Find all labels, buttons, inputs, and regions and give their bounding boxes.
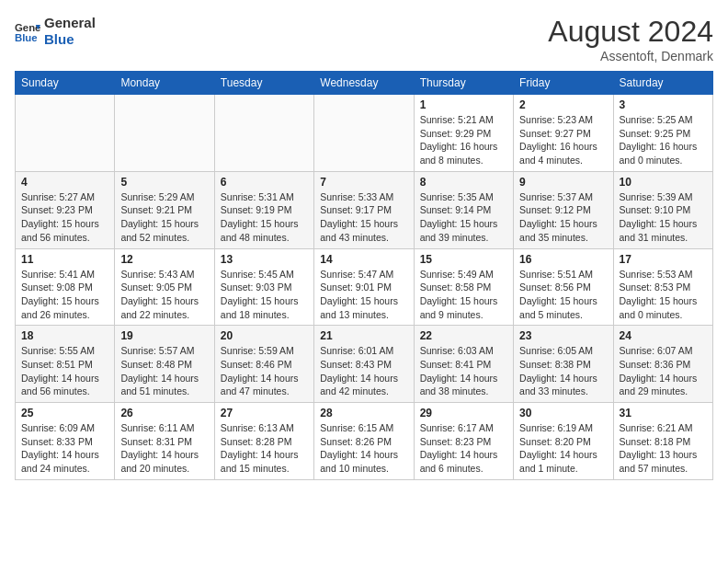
day-header-wednesday: Wednesday — [314, 72, 414, 95]
day-number: 26 — [120, 407, 208, 419]
calendar-cell — [115, 95, 214, 172]
day-number: 29 — [420, 407, 507, 419]
day-number: 28 — [320, 407, 407, 419]
day-number: 3 — [620, 98, 707, 111]
day-number: 13 — [221, 253, 308, 266]
day-number: 2 — [519, 98, 607, 111]
calendar-cell: 9Sunrise: 5:37 AM Sunset: 9:12 PM Daylig… — [514, 171, 613, 248]
calendar-cell: 13Sunrise: 5:45 AM Sunset: 9:03 PM Dayli… — [214, 248, 313, 326]
day-info: Sunrise: 6:19 AM Sunset: 8:20 PM Dayligh… — [519, 421, 607, 476]
day-info: Sunrise: 5:25 AM Sunset: 9:25 PM Dayligh… — [620, 113, 707, 167]
day-info: Sunrise: 6:15 AM Sunset: 8:26 PM Dayligh… — [320, 421, 407, 476]
calendar-cell: 30Sunrise: 6:19 AM Sunset: 8:20 PM Dayli… — [514, 403, 613, 480]
day-info: Sunrise: 5:41 AM Sunset: 9:08 PM Dayligh… — [21, 268, 108, 322]
day-number: 15 — [420, 253, 507, 266]
day-number: 10 — [620, 176, 707, 189]
calendar-cell — [214, 95, 313, 172]
day-number: 30 — [519, 407, 607, 419]
day-number: 21 — [320, 329, 407, 342]
calendar-cell: 27Sunrise: 6:13 AM Sunset: 8:28 PM Dayli… — [214, 403, 313, 480]
day-number: 5 — [120, 176, 208, 189]
day-info: Sunrise: 6:17 AM Sunset: 8:23 PM Dayligh… — [420, 421, 507, 476]
day-number: 27 — [221, 407, 308, 419]
day-info: Sunrise: 5:47 AM Sunset: 9:01 PM Dayligh… — [320, 268, 407, 322]
calendar-week-5: 25Sunrise: 6:09 AM Sunset: 8:33 PM Dayli… — [16, 403, 713, 480]
day-number: 23 — [519, 329, 607, 342]
day-number: 4 — [21, 176, 108, 189]
calendar-cell: 22Sunrise: 6:03 AM Sunset: 8:41 PM Dayli… — [414, 326, 513, 403]
calendar-cell: 28Sunrise: 6:15 AM Sunset: 8:26 PM Dayli… — [314, 403, 414, 480]
calendar-cell: 14Sunrise: 5:47 AM Sunset: 9:01 PM Dayli… — [314, 248, 414, 326]
day-info: Sunrise: 5:37 AM Sunset: 9:12 PM Dayligh… — [519, 190, 607, 245]
calendar-cell: 12Sunrise: 5:43 AM Sunset: 9:05 PM Dayli… — [115, 248, 214, 326]
day-header-saturday: Saturday — [613, 72, 712, 95]
day-number: 31 — [620, 407, 707, 419]
calendar-cell: 5Sunrise: 5:29 AM Sunset: 9:21 PM Daylig… — [115, 171, 214, 248]
day-number: 25 — [21, 407, 108, 419]
calendar-cell: 23Sunrise: 6:05 AM Sunset: 8:38 PM Dayli… — [514, 326, 613, 403]
day-info: Sunrise: 6:05 AM Sunset: 8:38 PM Dayligh… — [519, 344, 607, 398]
calendar-cell: 2Sunrise: 5:23 AM Sunset: 9:27 PM Daylig… — [514, 95, 613, 172]
day-header-thursday: Thursday — [414, 72, 513, 95]
day-info: Sunrise: 6:13 AM Sunset: 8:28 PM Dayligh… — [221, 421, 308, 476]
day-info: Sunrise: 5:21 AM Sunset: 9:29 PM Dayligh… — [420, 113, 507, 167]
day-info: Sunrise: 5:51 AM Sunset: 8:56 PM Dayligh… — [519, 268, 607, 322]
day-number: 12 — [120, 253, 208, 266]
day-info: Sunrise: 5:35 AM Sunset: 9:14 PM Dayligh… — [420, 190, 507, 245]
calendar-week-3: 11Sunrise: 5:41 AM Sunset: 9:08 PM Dayli… — [16, 248, 713, 326]
day-number: 24 — [620, 329, 707, 342]
day-info: Sunrise: 6:09 AM Sunset: 8:33 PM Dayligh… — [21, 421, 108, 476]
logo-line1: General — [44, 15, 96, 31]
calendar-cell: 7Sunrise: 5:33 AM Sunset: 9:17 PM Daylig… — [314, 171, 414, 248]
calendar-cell: 10Sunrise: 5:39 AM Sunset: 9:10 PM Dayli… — [613, 171, 712, 248]
day-number: 20 — [221, 329, 308, 342]
calendar-cell: 4Sunrise: 5:27 AM Sunset: 9:23 PM Daylig… — [16, 171, 115, 248]
day-number: 16 — [519, 253, 607, 266]
day-info: Sunrise: 5:59 AM Sunset: 8:46 PM Dayligh… — [221, 344, 308, 398]
logo-icon: General Blue — [15, 18, 40, 44]
day-header-tuesday: Tuesday — [214, 72, 313, 95]
page-header: General Blue General Blue August 2024 As… — [15, 15, 713, 63]
calendar-cell: 11Sunrise: 5:41 AM Sunset: 9:08 PM Dayli… — [16, 248, 115, 326]
day-info: Sunrise: 6:07 AM Sunset: 8:36 PM Dayligh… — [620, 344, 707, 398]
calendar-cell: 31Sunrise: 6:21 AM Sunset: 8:18 PM Dayli… — [613, 403, 712, 480]
calendar-header-row: SundayMondayTuesdayWednesdayThursdayFrid… — [16, 72, 713, 95]
calendar-cell: 21Sunrise: 6:01 AM Sunset: 8:43 PM Dayli… — [314, 326, 414, 403]
calendar-cell: 16Sunrise: 5:51 AM Sunset: 8:56 PM Dayli… — [514, 248, 613, 326]
day-info: Sunrise: 5:33 AM Sunset: 9:17 PM Dayligh… — [320, 190, 407, 245]
day-info: Sunrise: 5:57 AM Sunset: 8:48 PM Dayligh… — [120, 344, 208, 398]
calendar-cell — [16, 95, 115, 172]
calendar-cell: 20Sunrise: 5:59 AM Sunset: 8:46 PM Dayli… — [214, 326, 313, 403]
calendar-cell: 3Sunrise: 5:25 AM Sunset: 9:25 PM Daylig… — [613, 95, 712, 172]
day-info: Sunrise: 5:29 AM Sunset: 9:21 PM Dayligh… — [120, 190, 208, 245]
calendar-cell: 29Sunrise: 6:17 AM Sunset: 8:23 PM Dayli… — [414, 403, 513, 480]
calendar-table: SundayMondayTuesdayWednesdayThursdayFrid… — [15, 71, 713, 480]
day-number: 22 — [420, 329, 507, 342]
day-number: 8 — [420, 176, 507, 189]
day-number: 7 — [320, 176, 407, 189]
day-info: Sunrise: 6:01 AM Sunset: 8:43 PM Dayligh… — [320, 344, 407, 398]
calendar-cell — [314, 95, 414, 172]
day-number: 18 — [21, 329, 108, 342]
calendar-cell: 18Sunrise: 5:55 AM Sunset: 8:51 PM Dayli… — [16, 326, 115, 403]
day-info: Sunrise: 5:31 AM Sunset: 9:19 PM Dayligh… — [221, 190, 308, 245]
day-info: Sunrise: 5:43 AM Sunset: 9:05 PM Dayligh… — [120, 268, 208, 322]
day-info: Sunrise: 5:45 AM Sunset: 9:03 PM Dayligh… — [221, 268, 308, 322]
day-info: Sunrise: 5:49 AM Sunset: 8:58 PM Dayligh… — [420, 268, 507, 322]
month-year: August 2024 — [548, 15, 713, 49]
day-info: Sunrise: 5:55 AM Sunset: 8:51 PM Dayligh… — [21, 344, 108, 398]
calendar-week-4: 18Sunrise: 5:55 AM Sunset: 8:51 PM Dayli… — [16, 326, 713, 403]
calendar-cell: 25Sunrise: 6:09 AM Sunset: 8:33 PM Dayli… — [16, 403, 115, 480]
title-block: August 2024 Assentoft, Denmark — [548, 15, 713, 63]
day-header-sunday: Sunday — [16, 72, 115, 95]
calendar-cell: 1Sunrise: 5:21 AM Sunset: 9:29 PM Daylig… — [414, 95, 513, 172]
day-number: 11 — [21, 253, 108, 266]
day-number: 17 — [620, 253, 707, 266]
svg-text:Blue: Blue — [15, 32, 38, 43]
calendar-week-2: 4Sunrise: 5:27 AM Sunset: 9:23 PM Daylig… — [16, 171, 713, 248]
day-info: Sunrise: 5:39 AM Sunset: 9:10 PM Dayligh… — [620, 190, 707, 245]
day-header-friday: Friday — [514, 72, 613, 95]
location: Assentoft, Denmark — [548, 49, 713, 63]
day-number: 14 — [320, 253, 407, 266]
calendar-week-1: 1Sunrise: 5:21 AM Sunset: 9:29 PM Daylig… — [16, 95, 713, 172]
